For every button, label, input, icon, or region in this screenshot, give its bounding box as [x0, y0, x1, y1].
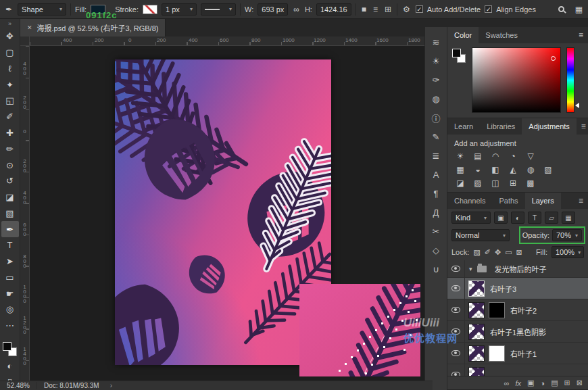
quick-mask-button[interactable]: ◐ [1, 358, 19, 374]
auto-add-delete-checkbox[interactable]: ✓ [416, 5, 423, 13]
panel-menu-icon[interactable]: ≡ [577, 118, 588, 135]
adjustment-photo-filter-icon[interactable]: ◭ [506, 164, 520, 176]
lock-paint-icon[interactable]: ✐ [485, 248, 491, 257]
adjustments-panel-icon[interactable]: ☀ [425, 51, 447, 70]
layer-row[interactable]: 右叶子1 [447, 343, 588, 364]
link-layers-icon[interactable]: ∞ [504, 379, 510, 387]
tool-preset-icon[interactable]: ✒ [4, 5, 14, 14]
layer-row[interactable]: 右叶子1黑色阴影 [447, 321, 588, 343]
visibility-toggle[interactable] [447, 343, 465, 364]
layer-row-selected[interactable]: 右叶子3 [447, 278, 588, 299]
layer-row-partial[interactable] [447, 364, 588, 376]
layer-thumbnail[interactable] [468, 324, 485, 340]
foreground-color-swatch[interactable] [3, 342, 11, 351]
add-mask-icon[interactable]: ▣ [527, 379, 534, 387]
info-panel-icon[interactable]: ⓘ [425, 108, 447, 127]
crop-tool[interactable]: ◱ [1, 93, 19, 109]
tab-libraries[interactable]: Libraries [480, 118, 522, 135]
hue-slider-marker[interactable] [575, 103, 579, 108]
visibility-toggle[interactable] [447, 321, 465, 342]
toolbox-collapse-icon[interactable]: » [8, 19, 11, 28]
tab-learn[interactable]: Learn [447, 118, 480, 135]
brush-settings-panel-icon[interactable]: ✑ [425, 70, 447, 89]
layer-thumbnail[interactable] [468, 281, 485, 297]
marquee-tool[interactable]: ▢ [1, 45, 19, 61]
tab-color[interactable]: Color [447, 27, 479, 43]
tab-adjustments[interactable]: Adjustments [522, 118, 577, 135]
layer-row[interactable]: 右叶子2 [447, 299, 588, 321]
new-group-icon[interactable]: ▤ [551, 379, 558, 387]
gradient-tool[interactable]: ▧ [1, 205, 19, 221]
layer-mask-thumbnail[interactable] [489, 302, 505, 318]
filter-smart-objects-icon[interactable]: ▦ [562, 212, 575, 224]
layer-style-icon[interactable]: fx [516, 379, 522, 387]
close-icon[interactable]: ✕ [27, 24, 32, 31]
canvas-area[interactable]: 400 200 0 200 400 600 800 1000 1200 1400… [20, 36, 424, 382]
move-tool[interactable]: ✥ [1, 28, 19, 45]
visibility-toggle[interactable] [447, 299, 465, 320]
hand-tool[interactable]: ☛ [1, 285, 19, 301]
document-tab[interactable]: ✕ 海报.psd @ 52.5% (右叶子3, RGB/8) [20, 19, 166, 36]
adjustment-black-white-icon[interactable]: ◧ [488, 164, 503, 176]
blend-mode-select[interactable]: Normal [451, 229, 510, 241]
edit-toolbar-button[interactable]: ⋯ [1, 318, 19, 334]
clone-stamp-tool[interactable]: ⊙ [1, 157, 19, 173]
chevron-right-icon[interactable]: › [106, 382, 116, 389]
history-brush-tool[interactable]: ↺ [1, 173, 19, 189]
shape-tool[interactable]: ▭ [1, 269, 19, 285]
pen-tool[interactable]: ✒ [1, 221, 19, 237]
tab-channels[interactable]: Channels [447, 193, 492, 209]
zoom-level[interactable]: 52.48% [0, 382, 36, 389]
stroke-swatch[interactable] [143, 5, 157, 14]
saturation-brightness-field[interactable] [472, 47, 561, 113]
zoom-tool[interactable]: ◎ [1, 301, 19, 318]
fill-opacity-select[interactable]: 100% [552, 246, 584, 258]
opacity-select[interactable]: 70% [552, 229, 582, 241]
lock-all-icon[interactable]: ⊠ [516, 248, 522, 257]
filter-type-layers-icon[interactable]: T [528, 212, 541, 224]
new-adjustment-icon[interactable]: ◑ [541, 379, 545, 387]
lasso-tool[interactable]: ℓ [1, 61, 19, 77]
adjustment-gradient-map-icon[interactable]: ▩ [523, 177, 538, 189]
layer-thumbnail[interactable] [468, 367, 485, 377]
healing-brush-tool[interactable]: ✚ [1, 125, 19, 141]
glyphs-panel-icon[interactable]: Д [425, 203, 447, 222]
layer-mask-thumbnail[interactable] [489, 345, 505, 362]
filter-adjustment-layers-icon[interactable]: ◐ [511, 212, 524, 224]
path-arrangement-icon[interactable]: ⊞ [383, 5, 393, 14]
layer-group-row[interactable]: ▾ 发光物后的叶子 [447, 260, 588, 278]
panel-menu-icon[interactable]: ≡ [574, 27, 588, 43]
adjustment-hue-saturation-icon[interactable]: ▦ [453, 164, 468, 176]
color-swatches[interactable] [2, 342, 18, 358]
panel-menu-icon[interactable]: ≡ [574, 193, 588, 209]
adjustment-curves-icon[interactable]: ◠ [488, 150, 503, 162]
poster-document[interactable] [115, 59, 331, 365]
adjustment-vibrance-icon[interactable]: ▽ [523, 150, 538, 162]
3d-panel-icon[interactable]: ◇ [425, 241, 447, 260]
stroke-style-select[interactable] [201, 3, 236, 16]
filter-shape-layers-icon[interactable]: ▱ [545, 212, 558, 224]
adjustment-brightness-contrast-icon[interactable]: ☀ [453, 150, 468, 162]
eraser-tool[interactable]: ◪ [1, 189, 19, 205]
lock-artboard-icon[interactable]: ▭ [505, 248, 512, 257]
adjustment-exposure-icon[interactable]: ◔ [506, 150, 520, 162]
path-operations-icon[interactable]: ■ [360, 5, 368, 14]
hue-slider[interactable] [566, 47, 574, 113]
layer-thumbnail[interactable] [468, 345, 485, 362]
search-icon[interactable] [558, 6, 564, 12]
node-panel-icon[interactable]: ∪ [425, 260, 447, 278]
foreground-color-swatch[interactable] [452, 49, 461, 57]
brush-tool[interactable]: ✏ [1, 141, 19, 157]
adjustment-invert-icon[interactable]: ◪ [453, 177, 468, 189]
visibility-toggle[interactable] [447, 260, 465, 277]
height-input[interactable]: 1424.16 [316, 3, 351, 16]
new-layer-icon[interactable]: ⊞ [564, 379, 570, 387]
properties-panel-icon[interactable]: ✎ [425, 127, 447, 146]
visibility-toggle[interactable] [447, 278, 465, 299]
align-edges-checkbox[interactable]: ✓ [485, 5, 492, 13]
history-panel-icon[interactable]: ≋ [425, 32, 447, 51]
width-input[interactable]: 693 px [258, 3, 288, 16]
adjustment-levels-icon[interactable]: ▤ [470, 150, 485, 162]
tab-swatches[interactable]: Swatches [479, 27, 524, 43]
adjustment-color-balance-icon[interactable]: ◒ [470, 164, 485, 176]
